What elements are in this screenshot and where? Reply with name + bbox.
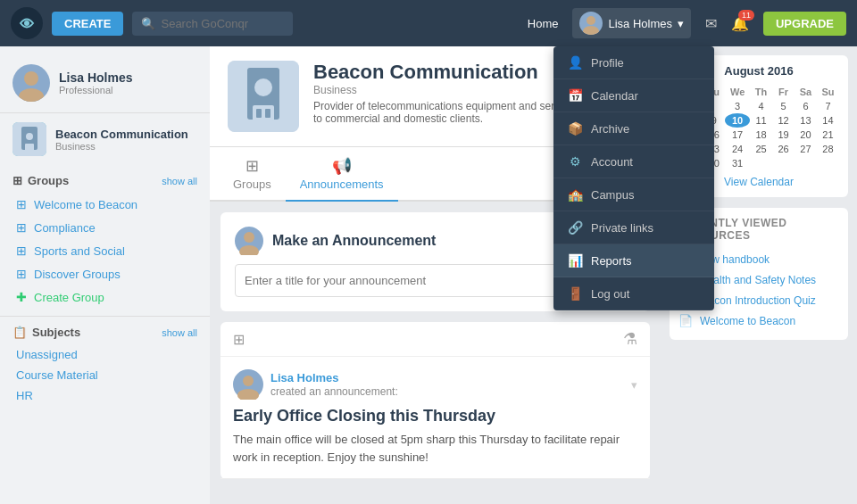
- groups-section: ⊞ Groups show all ⊞ Welcome to Beacon ⊞ …: [0, 165, 210, 312]
- post-title: Early Office Closing this Thursday: [233, 407, 637, 426]
- rv-label-2: Health and Safety Notes: [700, 274, 816, 286]
- cal-day[interactable]: 10: [725, 113, 750, 128]
- tab-announcements-label: Announcements: [300, 178, 384, 191]
- sidebar-group-name: Beacon Communication: [55, 128, 188, 141]
- cal-day[interactable]: 27: [795, 142, 817, 156]
- svg-point-3: [24, 71, 38, 86]
- tab-announcements[interactable]: 📢 Announcements: [286, 147, 398, 202]
- announcement-title: Make an Announcement: [272, 233, 436, 249]
- cal-day[interactable]: 3: [725, 99, 750, 113]
- user-profile-card: Lisa Holmes Professional: [0, 57, 210, 113]
- search-input[interactable]: [161, 17, 277, 30]
- dropdown-item-reports[interactable]: 📊 Reports: [553, 244, 714, 277]
- dropdown-item-calendar[interactable]: 📅 Calendar: [553, 79, 714, 112]
- subjects-section-header: 📋 Subjects show all: [12, 326, 197, 339]
- subjects-show-all[interactable]: show all: [162, 327, 197, 338]
- profile-icon: 👤: [568, 55, 582, 70]
- dropdown-label-campus: Campus: [591, 188, 634, 202]
- cal-day[interactable]: 11: [750, 113, 772, 128]
- messages-icon[interactable]: ✉: [705, 15, 717, 32]
- tab-announcements-icon: 📢: [332, 156, 352, 176]
- subject-item-course-material[interactable]: Course Material: [12, 365, 197, 385]
- cal-day[interactable]: 4: [750, 99, 772, 113]
- groups-section-title: ⊞ Groups: [12, 174, 69, 187]
- svg-point-11: [254, 78, 272, 96]
- cal-day: [750, 156, 772, 170]
- chevron-down-icon: ▾: [678, 17, 684, 30]
- cal-day: [817, 156, 839, 170]
- cal-day[interactable]: 20: [795, 128, 817, 142]
- feed-section: ⊞ ⚗ Lisa Holmes created an announcement:…: [220, 322, 650, 479]
- cal-day[interactable]: 17: [725, 128, 750, 142]
- post-user-info: Lisa Holmes created an announcement:: [270, 371, 398, 398]
- notifications-icon[interactable]: 🔔 11: [731, 15, 749, 32]
- subjects-section-title: 📋 Subjects: [12, 326, 80, 339]
- dropdown-item-private-links[interactable]: 🔗 Private links: [553, 211, 714, 244]
- tab-groups-label: Groups: [233, 178, 271, 191]
- tab-groups[interactable]: ⊞ Groups: [219, 147, 286, 202]
- cal-day[interactable]: 18: [750, 128, 772, 142]
- sidebar-item-welcome-to-beacon[interactable]: ⊞ Welcome to Beacon: [12, 193, 197, 216]
- group-type: Business: [313, 84, 581, 96]
- cal-day[interactable]: 24: [725, 142, 750, 156]
- cal-header-sa: Sa: [795, 85, 817, 99]
- cal-day[interactable]: 28: [817, 142, 839, 156]
- sidebar-item-create-group[interactable]: ✚ Create Group: [12, 285, 197, 309]
- dropdown-item-campus[interactable]: 🏫 Campus: [553, 178, 714, 211]
- group-header-info: Beacon Communication Business Provider o…: [313, 61, 581, 125]
- sidebar-item-compliance[interactable]: ⊞ Compliance: [12, 216, 197, 239]
- cal-day[interactable]: 14: [817, 113, 839, 128]
- discover-groups-label: Discover Groups: [34, 268, 121, 281]
- dropdown-item-archive[interactable]: 📦 Archive: [553, 112, 714, 145]
- cal-day[interactable]: 12: [772, 113, 795, 128]
- groups-section-header: ⊞ Groups show all: [12, 174, 197, 187]
- svg-point-15: [244, 232, 254, 243]
- cal-day: [795, 156, 817, 170]
- cal-day: [772, 156, 795, 170]
- post-username[interactable]: Lisa Holmes: [270, 371, 339, 384]
- cal-day[interactable]: 31: [725, 156, 750, 170]
- dropdown-item-profile[interactable]: 👤 Profile: [553, 46, 714, 79]
- sidebar-item-sports-social[interactable]: ⊞ Sports and Social: [12, 239, 197, 262]
- cal-day[interactable]: 5: [772, 99, 795, 113]
- user-dropdown-menu: 👤 Profile 📅 Calendar 📦 Archive ⚙ Account…: [553, 46, 714, 310]
- cal-day[interactable]: 25: [750, 142, 772, 156]
- dropdown-item-logout[interactable]: 🚪 Log out: [553, 277, 714, 310]
- cal-day[interactable]: 7: [817, 99, 839, 113]
- groups-show-all[interactable]: show all: [162, 176, 197, 186]
- main-layout: Lisa Holmes Professional Beacon Communic…: [0, 46, 857, 504]
- rv-item-4[interactable]: 📄 Welcome to Beacon: [678, 310, 839, 331]
- group-logo: [228, 61, 299, 132]
- app-logo[interactable]: [11, 7, 43, 39]
- dropdown-label-account: Account: [591, 155, 633, 169]
- cal-day[interactable]: 6: [795, 99, 817, 113]
- subject-item-hr[interactable]: HR: [12, 385, 197, 406]
- subjects-section: 📋 Subjects show all Unassigned Course Ma…: [0, 316, 210, 409]
- cal-day[interactable]: 19: [772, 128, 795, 142]
- cal-header-th: Th: [750, 85, 772, 99]
- feed-filter-bar: ⊞ ⚗: [220, 322, 650, 357]
- post-expand-icon[interactable]: ▾: [631, 378, 637, 392]
- svg-point-17: [243, 376, 254, 386]
- cal-day[interactable]: 21: [817, 128, 839, 142]
- home-link[interactable]: Home: [528, 17, 559, 30]
- logout-icon: 🚪: [568, 286, 582, 301]
- private-links-icon: 🔗: [568, 220, 582, 235]
- feed-post: Lisa Holmes created an announcement: ▾ E…: [220, 357, 650, 479]
- create-button[interactable]: CREATE: [52, 12, 123, 36]
- cal-day[interactable]: 13: [795, 113, 817, 128]
- tab-groups-icon: ⊞: [245, 156, 259, 176]
- subject-item-unassigned[interactable]: Unassigned: [12, 344, 197, 365]
- svg-point-18: [237, 389, 259, 400]
- sidebar-item-discover-groups[interactable]: ⊞ Discover Groups: [12, 262, 197, 285]
- sidebar-group-card[interactable]: Beacon Communication Business: [0, 113, 210, 165]
- dropdown-item-account[interactable]: ⚙ Account: [553, 145, 714, 178]
- user-menu-trigger[interactable]: Lisa Holmes ▾: [572, 8, 691, 38]
- upgrade-button[interactable]: UPGRADE: [763, 12, 846, 36]
- funnel-icon[interactable]: ⚗: [623, 329, 637, 349]
- group-name: Beacon Communication: [313, 61, 581, 84]
- group-item-label-2: Compliance: [34, 221, 96, 235]
- group-icon-2: ⊞: [16, 220, 27, 235]
- sidebar-group-info: Beacon Communication Business: [55, 128, 188, 152]
- cal-day[interactable]: 26: [772, 142, 795, 156]
